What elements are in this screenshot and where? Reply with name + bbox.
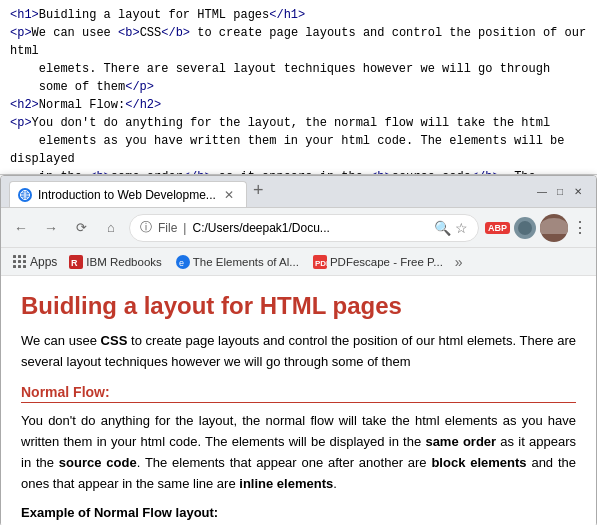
tab-label: Introduction to Web Developme... xyxy=(38,188,216,202)
bookmark-elements[interactable]: e The Elements of Al... xyxy=(170,253,305,271)
bookmark-star-icon: ☆ xyxy=(455,220,468,236)
source-code-text: source code xyxy=(59,455,137,470)
url-protocol: File xyxy=(158,221,177,235)
bookmark-ibm-redbooks[interactable]: R IBM Redbooks xyxy=(63,253,167,271)
maximize-button[interactable]: □ xyxy=(552,184,568,200)
home-button[interactable]: ⌂ xyxy=(99,216,123,240)
code-line-6: <p>You don't do anything for the layout,… xyxy=(10,114,587,132)
extension-icons: ABP ⋮ xyxy=(485,214,588,242)
window-controls: — □ ✕ xyxy=(524,176,596,207)
more-bookmarks-button[interactable]: » xyxy=(451,254,467,270)
page-intro: We can usee CSS to create page layouts a… xyxy=(21,331,576,373)
code-line-2: <p>We can usee <b>CSS</b> to create page… xyxy=(10,24,587,60)
normal-flow-body: You don't do anything for the layout, th… xyxy=(21,411,576,494)
minimize-button[interactable]: — xyxy=(534,184,550,200)
new-tab-button[interactable]: + xyxy=(253,180,264,201)
bookmark-pdfescape-label: PDFescape - Free P... xyxy=(330,256,443,268)
inline-elements-text: inline elements xyxy=(239,476,333,491)
url-actions: 🔍 ☆ xyxy=(434,220,468,236)
ibm-icon: R xyxy=(69,255,83,269)
url-bar[interactable]: ⓘ File | C:/Users/deepak1/Docu... 🔍 ☆ xyxy=(129,214,479,242)
active-tab[interactable]: Introduction to Web Developme... ✕ xyxy=(9,181,247,207)
apps-grid-icon xyxy=(13,255,27,269)
refresh-button[interactable]: ⟳ xyxy=(69,216,93,240)
elements-icon: e xyxy=(176,255,190,269)
block-elements-text: block elements xyxy=(431,455,526,470)
same-order-text: same order xyxy=(425,434,496,449)
page-title: Buidling a layout for HTML pages xyxy=(21,292,576,321)
normal-flow-heading: Normal Flow: xyxy=(21,384,576,403)
bookmark-ibm-label: IBM Redbooks xyxy=(86,256,161,268)
svg-text:R: R xyxy=(71,258,78,268)
url-text: C:/Users/deepak1/Docu... xyxy=(192,221,329,235)
example-label: Example of Normal Flow layout: xyxy=(21,505,576,520)
url-separator: | xyxy=(183,221,186,235)
tab-close-button[interactable]: ✕ xyxy=(222,188,236,202)
profile-avatar[interactable] xyxy=(540,214,568,242)
code-editor: <h1>Buidling a layout for HTML pages</h1… xyxy=(0,0,597,175)
tab-area: Introduction to Web Developme... ✕ + xyxy=(1,176,524,207)
code-line-8: in the <b>same order</b> as it appears i… xyxy=(10,168,587,175)
bookmarks-bar: Apps R IBM Redbooks e The Elements of Al… xyxy=(1,248,596,276)
tab-favicon xyxy=(18,188,32,202)
forward-button[interactable]: → xyxy=(39,216,63,240)
code-line-3: elemets. There are several layout techni… xyxy=(10,60,587,78)
svg-text:e: e xyxy=(179,258,184,268)
bookmark-pdfescape[interactable]: PDF PDFescape - Free P... xyxy=(307,253,449,271)
more-menu-button[interactable]: ⋮ xyxy=(572,218,588,237)
code-line-7: elements as you have written them in you… xyxy=(10,132,587,168)
info-icon: ⓘ xyxy=(140,219,152,236)
close-button[interactable]: ✕ xyxy=(570,184,586,200)
code-line-5: <h2>Normal Flow:</h2> xyxy=(10,96,587,114)
apps-label: Apps xyxy=(30,255,57,269)
adblock-extension[interactable]: ABP xyxy=(485,222,510,234)
bookmark-elements-label: The Elements of Al... xyxy=(193,256,299,268)
code-line-1: <h1>Buidling a layout for HTML pages</h1… xyxy=(10,6,587,24)
svg-text:PDF: PDF xyxy=(315,259,327,268)
back-button[interactable]: ← xyxy=(9,216,33,240)
page-content: Buidling a layout for HTML pages We can … xyxy=(1,276,596,525)
apps-button[interactable]: Apps xyxy=(9,253,61,271)
pdfescape-icon: PDF xyxy=(313,255,327,269)
address-bar: ← → ⟳ ⌂ ⓘ File | C:/Users/deepak1/Docu..… xyxy=(1,208,596,248)
search-icon: 🔍 xyxy=(434,220,451,236)
browser-window: Introduction to Web Developme... ✕ + — □… xyxy=(0,175,597,525)
extension-icon-1[interactable] xyxy=(514,217,536,239)
code-line-4: some of them</p> xyxy=(10,78,587,96)
title-bar: Introduction to Web Developme... ✕ + — □… xyxy=(1,176,596,208)
